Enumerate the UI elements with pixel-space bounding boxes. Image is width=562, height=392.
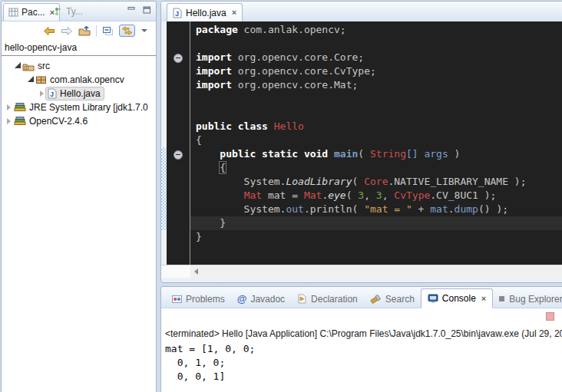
tree-item-label: src (38, 61, 50, 71)
tree-item[interactable]: OpenCV-2.4.6 (2, 114, 156, 128)
code-token: 3 (376, 189, 382, 201)
tree-item[interactable]: com.anlak.opencv (2, 73, 156, 87)
console-tabbar: Problems@JavadocDeclarationSearchConsole… (161, 287, 562, 308)
code-line[interactable]: public static void main( String[] args ) (190, 147, 562, 161)
code-line[interactable]: import org.opencv.core.Mat; (190, 78, 562, 92)
code-line[interactable]: } (190, 230, 562, 244)
code-line[interactable] (190, 92, 562, 106)
tab-javadoc[interactable]: @Javadoc (231, 290, 291, 308)
scrollbar-track[interactable] (190, 265, 562, 278)
expanded-arrow-icon[interactable] (27, 78, 34, 82)
collapsed-arrow-icon[interactable] (5, 118, 12, 124)
left-panel-chrome: Pac... × Ty... (1, 1, 157, 392)
code-token: dump (455, 203, 478, 215)
tree-label-box[interactable]: com.anlak.opencv (34, 74, 127, 85)
collapsed-arrow-icon[interactable] (38, 91, 45, 97)
code-token: String (370, 148, 406, 160)
tree-label-box[interactable]: JRE System Library [jdk1.7.0 (12, 102, 151, 113)
code-line[interactable]: { (190, 133, 562, 147)
tab-label: Javadoc (250, 294, 285, 305)
code-line[interactable] (190, 37, 562, 51)
tab-label: Search (385, 294, 415, 305)
tab-problems[interactable]: Problems (166, 290, 231, 308)
tree-label-box[interactable]: OpenCV-2.4.6 (12, 116, 91, 127)
tree-label-box[interactable]: src (21, 61, 53, 71)
code-line[interactable]: System.out.println( "mat = " + mat.dump(… (190, 203, 562, 216)
close-icon[interactable]: × (481, 295, 486, 303)
code-token: public class (196, 120, 268, 132)
code-token: ( (352, 176, 365, 187)
code-line[interactable]: package com.anlak.opencv; (190, 23, 562, 37)
code-token: System. (196, 203, 286, 215)
fold-collapse-icon[interactable] (174, 54, 183, 63)
src-folder-icon (22, 61, 35, 71)
bug-icon (499, 296, 505, 302)
tab-search[interactable]: Search (364, 290, 421, 308)
minimize-icon[interactable] (127, 6, 136, 14)
fold-collapse-icon[interactable] (174, 150, 183, 160)
code-line[interactable]: import org.opencv.core.CvType; (190, 64, 562, 78)
code-line[interactable]: public class Hello (190, 120, 562, 133)
project-tree: srccom.anlak.opencvJHello.javaJRE System… (2, 59, 156, 128)
code-area[interactable]: package com.anlak.opencv;import org.open… (190, 21, 562, 265)
code-line[interactable]: { (190, 161, 562, 175)
go-up-button[interactable] (78, 25, 91, 36)
horizontal-scrollbar[interactable] (161, 265, 562, 278)
tab-label: Hello.java (186, 8, 226, 18)
code-token: out (286, 203, 303, 215)
code-token: .NATIVE_LIBRARY_NAME ); (388, 176, 526, 187)
link-with-editor-button[interactable] (119, 25, 135, 37)
code-token: Mat (244, 189, 262, 201)
chevron-down-icon (140, 28, 148, 33)
code-token: { (196, 134, 202, 146)
collapsed-arrow-icon[interactable] (5, 104, 12, 110)
code-token: , (364, 189, 376, 201)
tab-label: Bug Explorer (509, 294, 562, 305)
tree-item-label: com.anlak.opencv (50, 74, 124, 85)
link-with-editor-icon (121, 26, 133, 35)
svg-text:J: J (175, 10, 179, 18)
code-token: org.opencv.core.Mat; (232, 79, 358, 91)
tab-label: Pac... (21, 7, 45, 18)
explorer-toolbar (2, 21, 156, 40)
current-code-line[interactable]: } (190, 216, 562, 230)
tab-hello-java[interactable]: J Hello.java × (167, 3, 243, 21)
type-hierarchy-icon (54, 7, 63, 16)
code-token: .println( (304, 203, 364, 215)
tab-console[interactable]: Console× (421, 288, 493, 308)
editor-pane: J Hello.java × package com.anlak.opencv;… (160, 1, 562, 283)
code-line[interactable]: System.LoadLibrary( Core.NATIVE_LIBRARY_… (190, 175, 562, 189)
code-token: com.anlak.opencv; (238, 24, 346, 35)
selected-tree-label[interactable]: JHello.java (45, 87, 104, 100)
tab-type-hierarchy[interactable]: Ty... (49, 3, 88, 20)
close-icon[interactable]: × (232, 8, 236, 17)
tree-item[interactable]: JHello.java (2, 87, 156, 100)
code-token (196, 162, 220, 173)
editor-body: package com.anlak.opencv;import org.open… (161, 21, 562, 265)
back-button[interactable] (43, 26, 55, 36)
svg-text:J: J (50, 91, 54, 98)
code-token: Core (364, 176, 388, 187)
collapse-all-button[interactable] (102, 26, 114, 36)
scroll-left-arrow-icon[interactable] (194, 268, 198, 275)
code-token (328, 148, 334, 160)
terminate-button[interactable] (546, 312, 554, 321)
tree-item[interactable]: src (2, 59, 156, 73)
code-token: . (448, 203, 455, 215)
code-line[interactable]: import org.opencv.core.Core; (190, 51, 562, 64)
code-line[interactable] (190, 106, 562, 120)
toolbar-separator (96, 25, 97, 37)
console-status-line: <terminated> Hello [Java Application] C:… (165, 328, 562, 339)
tab-bug-explorer[interactable]: Bug Explorer (493, 290, 562, 308)
tree-item[interactable]: JRE System Library [jdk1.7.0 (2, 100, 156, 114)
code-line[interactable]: Mat mat = Mat.eye( 3, 3, CvType.CV_8UC1 … (190, 189, 562, 203)
console-body: <terminated> Hello [Java Application] C:… (161, 308, 562, 392)
code-token (196, 189, 244, 201)
forward-button[interactable] (61, 26, 73, 36)
maximize-icon[interactable] (143, 6, 151, 14)
view-menu-button[interactable] (140, 28, 148, 33)
tab-declaration[interactable]: Declaration (291, 290, 364, 308)
expanded-arrow-icon[interactable] (14, 64, 21, 68)
editor-tabbar: J Hello.java × (161, 2, 562, 21)
console-output[interactable]: mat = [1, 0, 0; 0, 1, 0; 0, 0, 1] (165, 342, 255, 384)
